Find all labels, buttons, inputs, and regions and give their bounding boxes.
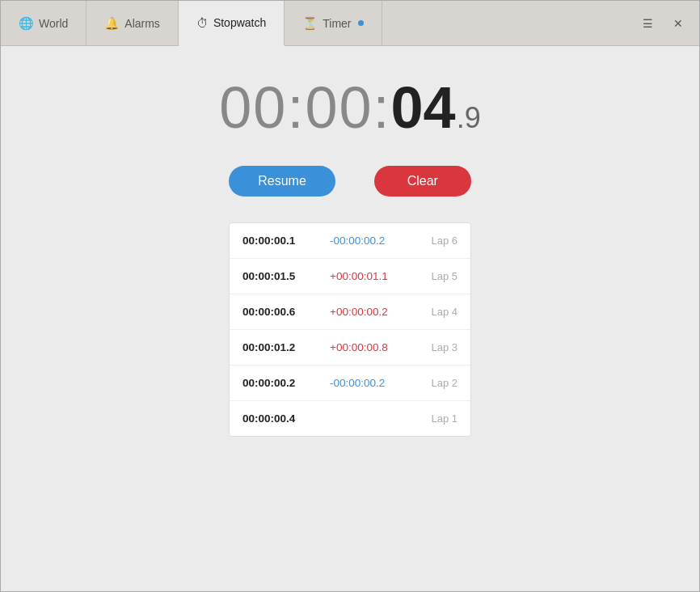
lap-label-4: Lap 2 xyxy=(431,377,458,389)
lap-label-2: Lap 4 xyxy=(431,306,458,318)
world-tab-icon: 🌐 xyxy=(19,16,34,31)
time-minutes: 00 xyxy=(305,78,373,137)
time-fraction: .9 xyxy=(457,104,481,133)
close-button[interactable]: ✕ xyxy=(664,9,693,38)
tab-timer[interactable]: ⏳Timer xyxy=(285,1,382,45)
time-colon1: : xyxy=(287,78,305,137)
clear-button[interactable]: Clear xyxy=(374,166,471,197)
resume-button[interactable]: Resume xyxy=(229,166,335,197)
stopwatch-display: 00 : 00 : 04 .9 xyxy=(219,78,480,137)
lap-row-0: 00:00:00.1-00:00:00.2Lap 6 xyxy=(230,223,470,259)
app-window: 🌐World🔔Alarms⏱Stopwatch⏳Timer ☰ ✕ 00 : 0… xyxy=(0,0,700,592)
time-seconds: 04 xyxy=(391,78,456,137)
lap-diff-1: +00:00:01.1 xyxy=(323,270,431,282)
lap-diff-3: +00:00:00.8 xyxy=(323,341,431,353)
lap-label-1: Lap 5 xyxy=(431,270,458,282)
lap-row-4: 00:00:00.2-00:00:00.2Lap 2 xyxy=(230,366,470,401)
window-controls: ☰ ✕ xyxy=(626,1,699,45)
lap-time-0: 00:00:00.1 xyxy=(242,235,323,247)
lap-label-0: Lap 6 xyxy=(431,235,458,247)
timer-tab-dot xyxy=(358,20,364,26)
lap-time-4: 00:00:00.2 xyxy=(242,377,323,389)
lap-diff-4: -00:00:00.2 xyxy=(323,377,431,389)
titlebar: 🌐World🔔Alarms⏱Stopwatch⏳Timer ☰ ✕ xyxy=(1,1,699,46)
lap-row-3: 00:00:01.2+00:00:00.8Lap 3 xyxy=(230,330,470,366)
time-hours: 00 xyxy=(219,78,287,137)
lap-time-5: 00:00:00.4 xyxy=(242,412,323,425)
tabs-container: 🌐World🔔Alarms⏱Stopwatch⏳Timer xyxy=(1,1,626,45)
lap-row-1: 00:00:01.5+00:00:01.1Lap 5 xyxy=(230,259,470,294)
lap-label-3: Lap 3 xyxy=(431,341,458,353)
lap-label-5: Lap 1 xyxy=(431,412,458,425)
main-content: 00 : 00 : 04 .9 Resume Clear 00:00:00.1-… xyxy=(1,46,699,591)
lap-time-3: 00:00:01.2 xyxy=(242,341,323,353)
lap-table: 00:00:00.1-00:00:00.2Lap 600:00:01.5+00:… xyxy=(229,222,471,437)
lap-row-2: 00:00:00.6+00:00:00.2Lap 4 xyxy=(230,294,470,330)
controls: Resume Clear xyxy=(229,166,471,197)
tab-alarms[interactable]: 🔔Alarms xyxy=(86,1,179,45)
timer-tab-label: Timer xyxy=(323,17,351,30)
stopwatch-tab-icon: ⏱ xyxy=(196,16,209,30)
tab-world[interactable]: 🌐World xyxy=(1,1,86,45)
lap-time-2: 00:00:00.6 xyxy=(242,306,323,318)
timer-tab-icon: ⏳ xyxy=(302,16,318,31)
world-tab-label: World xyxy=(39,17,68,30)
lap-diff-0: -00:00:00.2 xyxy=(323,235,431,247)
menu-button[interactable]: ☰ xyxy=(633,9,662,38)
tab-stopwatch[interactable]: ⏱Stopwatch xyxy=(179,1,285,46)
alarms-tab-label: Alarms xyxy=(124,17,160,30)
lap-diff-2: +00:00:00.2 xyxy=(323,306,431,318)
lap-row-5: 00:00:00.4Lap 1 xyxy=(230,401,470,436)
stopwatch-tab-label: Stopwatch xyxy=(213,16,266,29)
lap-time-1: 00:00:01.5 xyxy=(242,270,323,282)
alarms-tab-icon: 🔔 xyxy=(104,16,120,31)
time-colon2: : xyxy=(373,78,391,137)
